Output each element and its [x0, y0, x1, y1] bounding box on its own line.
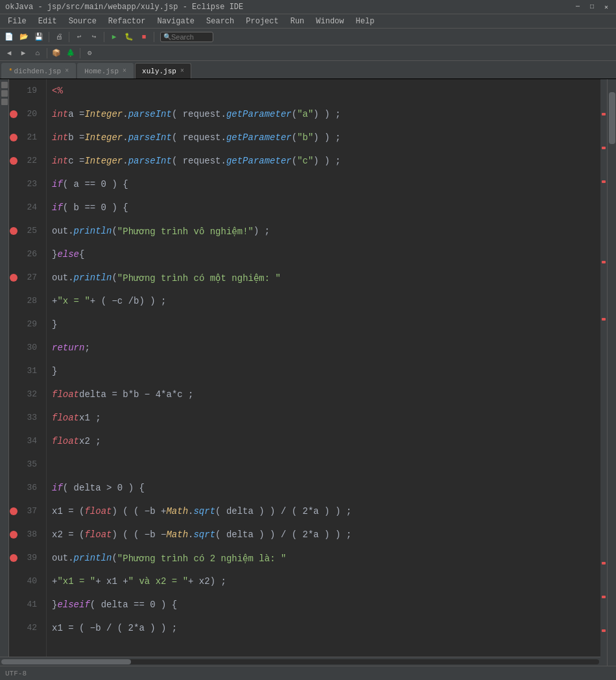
- bp-cell-25[interactable]: [9, 219, 18, 243]
- package-explorer-button[interactable]: 📦: [50, 47, 63, 60]
- redo-button[interactable]: ↪: [88, 30, 101, 43]
- bp-cell-22[interactable]: [9, 149, 18, 173]
- bp-cell-28[interactable]: [9, 289, 18, 313]
- vertical-scrollbar[interactable]: [607, 79, 616, 680]
- bp-cell-41[interactable]: [9, 593, 18, 616]
- menu-item-navigate[interactable]: Navigate: [152, 16, 200, 27]
- bp-cell-24[interactable]: [9, 196, 18, 219]
- token: Integer: [84, 156, 123, 166]
- token: float: [52, 436, 79, 446]
- bp-cell-27[interactable]: [9, 266, 18, 289]
- menu-item-window[interactable]: Window: [311, 16, 349, 27]
- tab-xuly-close[interactable]: ×: [180, 67, 184, 75]
- bp-cell-40[interactable]: [9, 570, 18, 593]
- search-input[interactable]: [171, 33, 210, 41]
- code-line-30: return;: [52, 336, 595, 359]
- bp-cell-26[interactable]: [9, 243, 18, 266]
- h-scroll-thumb[interactable]: [1, 659, 131, 664]
- right-marker-22: [600, 180, 607, 204]
- code-line-42: x1 = ( −b / ( 2* a ) ) ;: [52, 616, 595, 640]
- token: int: [52, 156, 68, 166]
- bp-cell-20[interactable]: [9, 103, 18, 126]
- bp-cell-38[interactable]: [9, 523, 18, 546]
- bp-cell-34[interactable]: [9, 430, 18, 453]
- code-line-24: if ( b == 0 ) {: [52, 196, 595, 219]
- bp-cell-32[interactable]: [9, 383, 18, 406]
- menu-item-refactor[interactable]: Refactor: [103, 16, 151, 27]
- undo-button[interactable]: ↩: [73, 30, 86, 43]
- tab-dichden-close[interactable]: ×: [65, 67, 69, 75]
- bp-cell-35[interactable]: [9, 453, 18, 476]
- maximize-button[interactable]: □: [587, 3, 597, 12]
- token: if: [52, 179, 63, 189]
- token: ( request.: [172, 109, 226, 119]
- back-button[interactable]: ◀: [3, 47, 16, 60]
- menu-item-project[interactable]: Project: [241, 16, 283, 27]
- open-button[interactable]: 📂: [18, 30, 30, 43]
- toolbar-1: 📄 📂 💾 🖨 ↩ ↪ ▶ 🐛 ■ 🔍: [0, 29, 616, 45]
- hierarchy-button[interactable]: 🌲: [64, 47, 77, 60]
- breakpoint-dot-25: [10, 227, 18, 235]
- horizontal-scrollbar[interactable]: [0, 657, 600, 666]
- bp-cell-21[interactable]: [9, 126, 18, 149]
- token: + ( −c /: [90, 296, 134, 306]
- bp-cell-42[interactable]: [9, 616, 18, 640]
- right-bp-marker-22: [602, 180, 606, 183]
- token: (: [112, 553, 117, 563]
- token: +: [52, 296, 57, 306]
- token: (: [112, 226, 117, 236]
- menu-item-edit[interactable]: Edit: [33, 16, 62, 27]
- bp-cell-30[interactable]: [9, 336, 18, 359]
- stop-button[interactable]: ■: [137, 30, 150, 43]
- save-button[interactable]: 💾: [32, 30, 45, 43]
- menu-item-search[interactable]: Search: [201, 16, 239, 27]
- minimize-button[interactable]: ─: [573, 3, 582, 12]
- right-marker-38: [600, 596, 607, 619]
- token: getParameter: [226, 156, 292, 166]
- bp-cell-33[interactable]: [9, 406, 18, 430]
- tab-dichden[interactable]: *dichden.jsp×: [1, 63, 76, 79]
- menu-item-file[interactable]: File: [3, 16, 32, 27]
- tab-home[interactable]: Home.jsp×: [77, 63, 134, 79]
- token: println: [74, 226, 112, 236]
- token: parseInt: [128, 132, 172, 143]
- bp-cell-31[interactable]: [9, 359, 18, 383]
- tab-home-close[interactable]: ×: [123, 67, 126, 75]
- settings-button[interactable]: ⚙: [83, 47, 96, 60]
- bp-cell-39[interactable]: [9, 546, 18, 570]
- right-marker-32: [600, 435, 607, 458]
- token: ) ( ( −b −: [112, 529, 166, 540]
- right-marker-24: [600, 227, 607, 250]
- bp-cell-37[interactable]: [9, 500, 18, 523]
- token: getParameter: [226, 109, 292, 119]
- code-line-28: + "x = " + ( −c / b ) ) ;: [52, 289, 595, 313]
- print-button[interactable]: 🖨: [53, 30, 65, 43]
- separator-3: [104, 32, 104, 42]
- code-line-38: x2 = (float) ( ( −b − Math.sqrt( delta )…: [52, 523, 595, 546]
- menu-item-help[interactable]: Help: [351, 16, 380, 27]
- line-num-40: 40: [18, 570, 41, 593]
- close-button[interactable]: ✕: [602, 3, 611, 12]
- menu-item-source[interactable]: Source: [64, 16, 102, 27]
- code-line-39: out.println( "Phương trình có 2 nghiệm l…: [52, 546, 595, 570]
- token: x1 = (: [52, 506, 84, 516]
- token: x2 = (: [52, 529, 84, 540]
- bp-cell-19[interactable]: [9, 79, 18, 103]
- bp-cell-29[interactable]: [9, 313, 18, 336]
- menu-item-run[interactable]: Run: [285, 16, 310, 27]
- debug-button[interactable]: 🐛: [123, 30, 136, 43]
- new-button[interactable]: 📄: [3, 30, 16, 43]
- bp-cell-23[interactable]: [9, 173, 18, 196]
- breakpoint-dot-20: [10, 110, 18, 118]
- scroll-thumb[interactable]: [609, 92, 615, 144]
- tab-xuly[interactable]: xuly.jsp×: [135, 63, 191, 79]
- token: "c": [297, 156, 313, 166]
- line-num-35: 35: [18, 453, 41, 476]
- run-button[interactable]: ▶: [108, 30, 121, 43]
- forward-button[interactable]: ▶: [17, 47, 30, 60]
- bp-cell-36[interactable]: [9, 476, 18, 500]
- search-box[interactable]: 🔍: [160, 32, 213, 42]
- token: (: [292, 109, 297, 119]
- home-button[interactable]: ⌂: [31, 47, 44, 60]
- token: parseInt: [128, 109, 172, 119]
